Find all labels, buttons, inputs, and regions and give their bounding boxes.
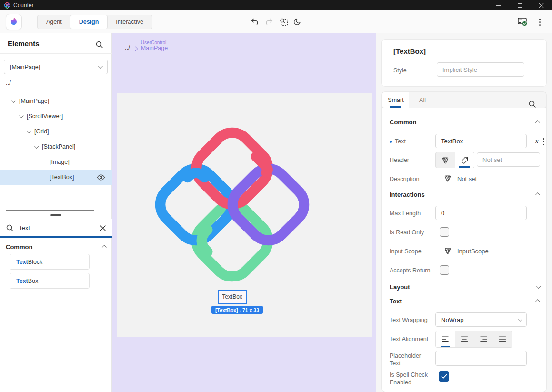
web-binding-icon[interactable] [444,175,452,182]
active-toggle-underline [441,346,450,347]
tree-item-label: [StackPanel] [42,143,75,150]
tree-item-mainpage[interactable]: [MainPage] [0,93,112,109]
maximize-button[interactable] [509,0,531,10]
tree-item-stackpanel[interactable]: [StackPanel] [0,139,112,154]
align-justify-button[interactable] [493,331,512,347]
section-title: Common [390,119,416,126]
accepts-return-checkbox[interactable] [440,265,449,275]
mode-tabs: Agent Design Interactive [37,15,152,29]
artboard[interactable]: TextBox [TextBox] - 71 x 33 [117,93,372,337]
max-length-label: Max Length [390,210,421,217]
tab-interactive[interactable]: Interactive [107,15,152,29]
header-field[interactable] [477,152,540,167]
header-input[interactable] [482,156,534,163]
divider [0,53,112,54]
tree-root-path[interactable]: ../ [6,79,11,86]
accepts-return-label: Accepts Return [390,267,430,274]
canvas-textbox-control[interactable]: TextBox [218,290,247,304]
chevron-down-icon [98,64,103,69]
style-input[interactable] [442,66,519,73]
tab-agent[interactable]: Agent [38,15,70,29]
chevron-down-icon[interactable] [27,129,31,133]
property-search-icon[interactable] [528,100,537,109]
text-field[interactable] [435,134,527,148]
tree-item-scrollviewer[interactable]: [ScrollViewer] [0,109,112,124]
clear-search-icon[interactable] [100,225,106,231]
style-field[interactable] [437,62,524,77]
zoom-to-selection-button[interactable] [279,17,289,27]
placeholder-text-input[interactable] [441,355,521,362]
section-title: Common [6,243,32,251]
text-wrapping-dropdown[interactable]: NoWrap [435,312,527,327]
chevron-down-icon[interactable] [19,113,24,118]
check-icon [441,374,447,379]
text-property-menu-icon[interactable] [543,138,544,145]
toolbox-common-section[interactable]: Common [6,241,106,252]
chevron-up-icon [102,245,107,250]
toolbox-item-textbox[interactable]: TextBox [10,273,90,289]
header-binding-toggle[interactable] [436,152,455,168]
canvas-breadcrumb: ../ UserControl MainPage [125,40,168,52]
match-text: Text [16,259,28,265]
redo-button[interactable] [264,17,274,27]
chevron-down-icon[interactable] [34,144,39,149]
tree-item-label: [TextBox] [50,174,74,181]
more-options-button[interactable] [534,17,545,27]
tab-label: Smart [388,97,403,103]
tree-item-grid[interactable]: [Grid] [0,124,112,139]
chevron-down-icon[interactable] [11,98,16,103]
page-selector-value: [MainPage] [10,64,40,70]
hot-design-flame-button[interactable] [6,14,22,30]
max-length-field[interactable] [435,206,527,220]
design-canvas[interactable]: ../ UserControl MainPage [112,33,376,392]
text-wrapping-label: Text Wrapping [390,317,428,323]
align-left-button[interactable] [436,331,455,347]
search-icon[interactable] [95,40,104,49]
tree-item-label: [Grid] [34,128,49,135]
placeholder-text-field[interactable] [435,351,527,366]
tree-bottom-rule [6,210,94,211]
section-text[interactable]: Text [390,298,540,305]
tag-icon [461,156,469,164]
web-binding-icon[interactable] [444,247,452,254]
is-read-only-label: Is Read Only [390,229,424,236]
tab-design[interactable]: Design [70,15,108,29]
text-input[interactable] [441,138,521,145]
header-literal-toggle[interactable] [455,152,474,168]
tab-smart[interactable]: Smart [382,92,409,108]
spell-check-checkbox[interactable] [439,371,449,382]
toolbox-item-textblock[interactable]: TextBlock [10,254,90,270]
breadcrumb-page[interactable]: UserControl MainPage [141,40,168,51]
tab-all[interactable]: All [409,92,436,108]
is-read-only-checkbox[interactable] [440,227,449,237]
page-selector-dropdown[interactable]: [MainPage] [4,60,108,74]
tab-label: All [419,97,426,103]
properties-card: Smart All Common Text x He [381,91,547,392]
close-button[interactable] [531,0,552,10]
properties-title: [TextBox] [393,47,426,55]
max-length-input[interactable] [441,210,521,217]
chevron-up-icon [535,299,540,304]
kebab-menu-icon [539,19,541,26]
tree-item-label: [Image] [50,159,70,165]
align-center-button[interactable] [455,331,474,347]
tree-item-textbox[interactable]: [TextBox] [0,170,112,185]
flame-icon [9,17,19,27]
section-interactions[interactable]: Interactions [390,191,540,198]
section-common[interactable]: Common [390,119,540,126]
undo-button[interactable] [250,17,260,27]
markup-extension-button[interactable]: x [534,137,538,145]
minimize-button[interactable] [488,0,509,10]
tree-item-image[interactable]: [Image] [0,154,112,170]
breadcrumb-root[interactable]: ../ [125,44,130,51]
toolbox-search-input[interactable] [20,224,91,231]
visibility-eye-icon[interactable] [97,174,105,181]
undo-icon [251,18,259,26]
align-right-button[interactable] [474,331,493,347]
theme-toggle-button[interactable] [292,17,303,27]
window-check-icon [517,17,528,27]
size-badge-text: [TextBox] - 71 x 33 [215,307,259,313]
connected-status-button[interactable] [517,16,528,28]
section-layout[interactable]: Layout [390,283,540,291]
panel-splitter-handle[interactable] [50,214,61,216]
